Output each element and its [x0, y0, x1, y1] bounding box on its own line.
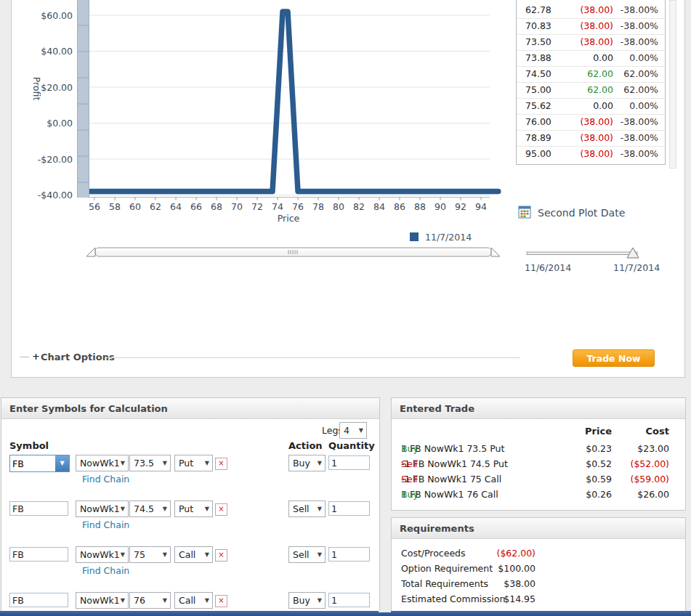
symbol-input[interactable]	[9, 593, 68, 607]
quantity-input[interactable]	[328, 593, 370, 607]
percent-cell: -38.00%	[621, 20, 658, 31]
x-tick-label: 78	[312, 201, 324, 212]
symbol-input[interactable]	[9, 501, 68, 516]
price-range-slider[interactable]	[86, 246, 501, 259]
remove-leg-button[interactable]: ×	[215, 458, 227, 470]
expiry-select-value: NowWk1	[80, 595, 120, 606]
expiry-select[interactable]: NowWk1▼	[76, 592, 129, 609]
profit-line-series	[86, 12, 498, 191]
action-select-value: Buy	[293, 595, 310, 606]
remove-leg-button[interactable]: ×	[215, 503, 227, 516]
expiry-select[interactable]: NowWk1▼	[76, 546, 129, 563]
table-row: 95.00(38.00)-38.00%	[517, 146, 665, 162]
price-cell: 78.89	[525, 132, 551, 143]
x-tick-label: 72	[251, 201, 263, 212]
profit-table-scrollbar[interactable]	[669, 0, 676, 169]
profit-cell: 62.00	[587, 84, 613, 95]
table-row: 75.0062.0062.00%	[517, 82, 665, 99]
strike-select[interactable]: 75▼	[129, 546, 171, 563]
quantity-input[interactable]	[328, 501, 370, 516]
slider-left-handle[interactable]	[86, 248, 95, 256]
requirement-label: Total Requirements	[401, 578, 488, 589]
footer-bar	[0, 611, 691, 616]
expiry-select[interactable]: NowWk1▼	[76, 500, 129, 517]
trade-price: $0.52	[586, 458, 612, 469]
x-tick-label: 86	[394, 201, 405, 212]
chevron-down-icon: ▼	[163, 460, 167, 466]
chevron-down-icon: ▼	[205, 506, 209, 512]
x-tick-label: 76	[292, 201, 304, 212]
footer-notch	[379, 611, 391, 612]
x-tick-label: 68	[211, 201, 222, 212]
find-chain-link[interactable]: Find Chain	[82, 474, 129, 485]
x-tick-label: 82	[353, 201, 365, 212]
strike-select[interactable]: 73.5▼	[129, 455, 171, 471]
plot-date-slider[interactable]	[518, 246, 649, 260]
quantity-input[interactable]	[328, 455, 370, 470]
requirement-value: $100.00	[498, 563, 536, 574]
chevron-down-icon: ▼	[318, 551, 322, 558]
second-plot-date-label[interactable]: Second Plot Date	[538, 207, 625, 219]
symbol-input[interactable]	[10, 455, 56, 471]
expiry-select-value: NowWk1	[80, 549, 120, 560]
action-select[interactable]: Sell▼	[288, 500, 326, 517]
option-type-select[interactable]: Call▼	[174, 546, 213, 563]
x-tick-label: 94	[475, 201, 487, 212]
action-select[interactable]: Buy▼	[288, 592, 326, 609]
strike-select[interactable]: 74.5▼	[129, 500, 171, 517]
price-cell: 95.00	[525, 148, 551, 159]
symbol-input[interactable]	[9, 547, 68, 562]
trade-now-button[interactable]: Trade Now	[573, 349, 655, 367]
trade-rows-container: Buy 1 FB NowWk1 73.5 Put$0.23$23.00Sell …	[392, 398, 685, 510]
expiry-select[interactable]: NowWk1▼	[76, 455, 129, 471]
price-cell: 74.50	[525, 68, 551, 79]
action-select[interactable]: Sell▼	[288, 546, 326, 563]
x-tick-label: 90	[435, 201, 446, 212]
combobox-dropdown-button[interactable]: ▼	[55, 455, 69, 471]
trade-leg-description: Buy 1 FB NowWk1 73.5 Put	[401, 443, 504, 454]
option-type-select[interactable]: Call▼	[174, 592, 213, 609]
expand-icon[interactable]: +	[32, 351, 40, 362]
x-axis-title: Price	[278, 213, 300, 224]
action-select-value: Buy	[293, 458, 310, 469]
symbol-combobox[interactable]: ▼	[9, 455, 70, 472]
trade-leg-row: Buy 1 FB NowWk1 73.5 Put$0.23$23.00	[392, 441, 685, 456]
x-tick-label: 66	[190, 201, 202, 212]
requirement-row: Cost/Proceeds($62.00)	[392, 546, 685, 561]
calendar-icon[interactable]	[518, 206, 531, 219]
find-chain-link[interactable]: Find Chain	[82, 519, 129, 530]
requirements-rows-container: Cost/Proceeds($62.00)Option Requirement$…	[392, 518, 685, 611]
table-row: 78.89(38.00)-38.00%	[517, 130, 665, 147]
chevron-down-icon: ▼	[163, 551, 167, 558]
y-tick-label: -$40.00	[38, 190, 73, 200]
trade-side-label: Sell	[401, 474, 418, 485]
requirement-label: Option Requirement	[401, 563, 493, 574]
remove-leg-button[interactable]: ×	[215, 549, 227, 562]
enter-symbols-panel: Enter Symbols for Calculation Legs: 4 ▼ …	[1, 397, 380, 616]
profit-cell: (38.00)	[580, 20, 613, 31]
table-row: 74.5062.0062.00%	[517, 66, 665, 83]
find-chain-link[interactable]: Find Chain	[82, 565, 129, 576]
option-type-select[interactable]: Put▼	[174, 500, 213, 517]
trade-cost: $26.00	[637, 489, 669, 500]
requirement-value: $14.95	[504, 593, 536, 604]
option-type-select[interactable]: Put▼	[174, 455, 213, 471]
quantity-input[interactable]	[328, 547, 370, 562]
strike-select[interactable]: 76▼	[129, 592, 171, 609]
chart-options-label[interactable]: Chart Options	[41, 352, 115, 362]
action-select-value: Sell	[293, 549, 310, 560]
chevron-down-icon: ▼	[318, 506, 322, 512]
slider-right-handle[interactable]	[491, 248, 500, 256]
legend-swatch	[410, 232, 419, 241]
requirement-row: Estimated Commission$14.95	[392, 591, 685, 607]
action-select[interactable]: Buy▼	[288, 455, 326, 471]
strike-select-value: 73.5	[134, 458, 154, 469]
expiry-select-value: NowWk1	[80, 503, 120, 514]
vertical-zoom-slider[interactable]	[77, 0, 89, 198]
date-slider-track[interactable]	[527, 252, 637, 255]
divider-line	[107, 357, 520, 358]
chevron-down-icon: ▼	[318, 460, 322, 466]
x-tick-label: 88	[414, 201, 426, 212]
remove-leg-button[interactable]: ×	[215, 595, 227, 607]
entered-trade-panel: Entered Trade Price Cost Buy 1 FB NowWk1…	[391, 397, 686, 511]
